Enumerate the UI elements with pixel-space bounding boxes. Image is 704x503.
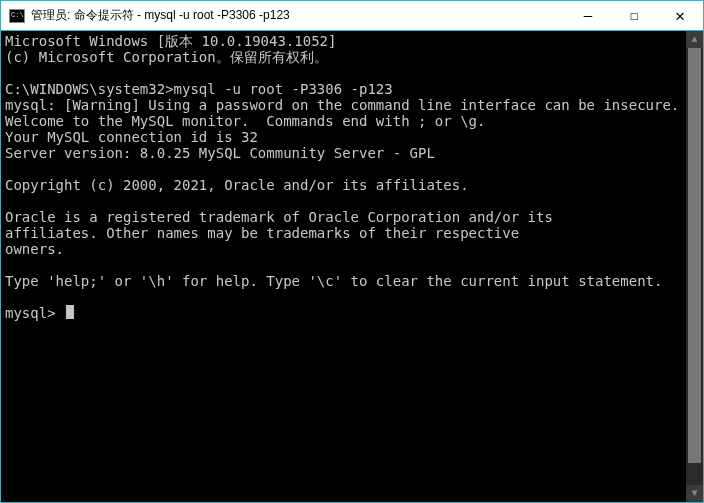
- scroll-down-arrow[interactable]: ▼: [686, 485, 703, 502]
- prompt-text: mysql>: [5, 305, 64, 321]
- close-button[interactable]: ✕: [657, 1, 703, 30]
- scroll-up-arrow[interactable]: ▲: [686, 31, 703, 48]
- window-titlebar: 管理员: 命令提示符 - mysql -u root -P3306 -p123 …: [1, 1, 703, 31]
- window-controls: — ☐ ✕: [565, 1, 703, 30]
- window-title: 管理员: 命令提示符 - mysql -u root -P3306 -p123: [31, 7, 565, 24]
- terminal-output[interactable]: Microsoft Windows [版本 10.0.19043.1052] (…: [1, 31, 703, 502]
- scroll-track[interactable]: [686, 48, 703, 485]
- maximize-button[interactable]: ☐: [611, 1, 657, 30]
- scrollbar[interactable]: ▲ ▼: [686, 31, 703, 502]
- cursor: [66, 305, 74, 319]
- scroll-thumb[interactable]: [688, 48, 701, 463]
- mysql-prompt[interactable]: mysql>: [5, 305, 699, 321]
- cmd-icon: [9, 9, 25, 23]
- minimize-button[interactable]: —: [565, 1, 611, 30]
- terminal-container: Microsoft Windows [版本 10.0.19043.1052] (…: [1, 31, 703, 502]
